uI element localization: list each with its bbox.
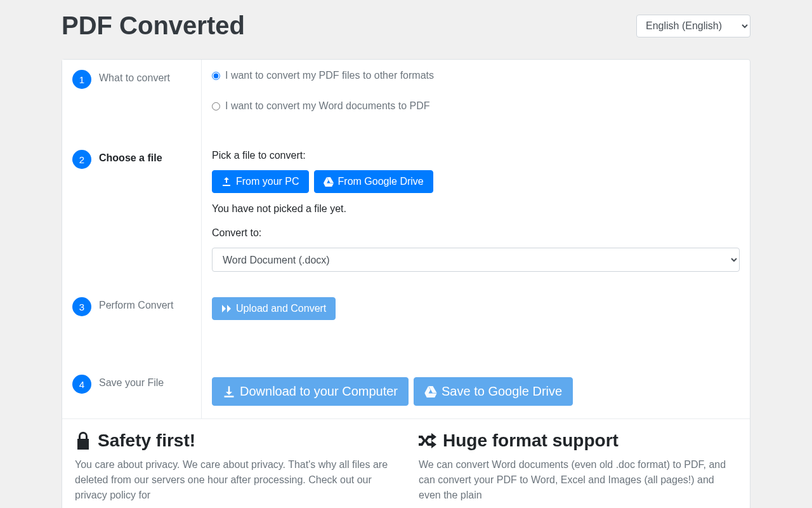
step-title-1: What to convert xyxy=(99,70,170,84)
from-drive-label: From Google Drive xyxy=(338,176,424,187)
from-drive-button[interactable]: From Google Drive xyxy=(314,170,433,193)
radio-pdf-label: I want to convert my PDF files to other … xyxy=(225,70,434,81)
step-title-4: Save your File xyxy=(99,375,164,389)
radio-word-to-pdf[interactable]: I want to convert my Word documents to P… xyxy=(212,100,740,112)
download-label: Download to your Computer xyxy=(240,384,398,399)
upload-convert-label: Upload and Convert xyxy=(236,303,326,314)
lock-icon xyxy=(75,432,91,450)
safety-heading: Safety first! xyxy=(75,431,393,451)
convert-to-label: Convert to: xyxy=(212,227,740,239)
step-number-2: 2 xyxy=(72,150,91,169)
radio-pdf-input[interactable] xyxy=(212,72,220,80)
download-button[interactable]: Download to your Computer xyxy=(212,377,409,406)
safety-title: Safety first! xyxy=(98,431,195,451)
double-chevron-icon xyxy=(221,304,232,313)
converter-card: 1 What to convert I want to convert my P… xyxy=(62,59,750,508)
step-number-4: 4 xyxy=(72,375,91,394)
from-pc-button[interactable]: From your PC xyxy=(212,170,309,193)
google-drive-icon xyxy=(324,177,334,187)
formats-body: We can convert Word documents (even old … xyxy=(419,457,737,503)
step-title-3: Perform Convert xyxy=(99,297,173,311)
file-status: You have not picked a file yet. xyxy=(212,203,740,215)
download-icon xyxy=(223,385,235,398)
safety-body: You care about privacy. We care about pr… xyxy=(75,457,393,503)
page-title: PDF Converted xyxy=(62,11,245,40)
pick-file-label: Pick a file to convert: xyxy=(212,150,740,161)
formats-heading: Huge format support xyxy=(419,431,737,451)
from-pc-label: From your PC xyxy=(236,176,299,187)
save-drive-button[interactable]: Save to Google Drive xyxy=(414,377,573,406)
radio-word-label: I want to convert my Word documents to P… xyxy=(225,100,430,112)
upload-icon xyxy=(221,177,232,187)
shuffle-icon xyxy=(419,433,436,448)
radio-word-input[interactable] xyxy=(212,102,220,110)
save-drive-label: Save to Google Drive xyxy=(442,384,562,399)
radio-pdf-to-other[interactable]: I want to convert my PDF files to other … xyxy=(212,70,740,81)
formats-title: Huge format support xyxy=(443,431,619,451)
google-drive-icon xyxy=(424,386,437,398)
upload-convert-button[interactable]: Upload and Convert xyxy=(212,297,336,320)
step-number-1: 1 xyxy=(72,70,91,89)
step-title-2: Choose a file xyxy=(99,150,162,164)
convert-to-select[interactable]: Word Document (.docx) xyxy=(212,248,740,272)
language-select[interactable]: English (English) xyxy=(636,15,750,37)
step-number-3: 3 xyxy=(72,297,91,316)
